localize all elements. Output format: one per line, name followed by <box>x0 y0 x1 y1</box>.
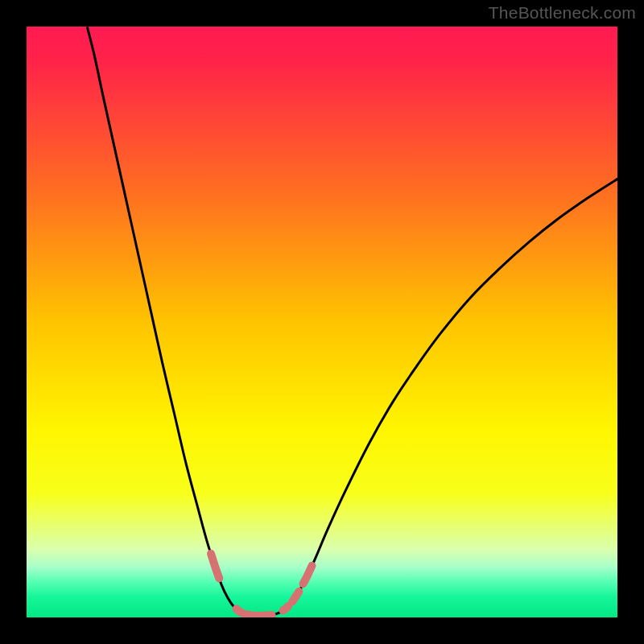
marker-segment-2 <box>283 606 289 611</box>
marker-segment-3 <box>292 592 299 601</box>
plot-background <box>27 27 617 617</box>
watermark-text: TheBottleneck.com <box>489 3 636 23</box>
chart-frame: TheBottleneck.com <box>0 0 644 644</box>
bottleneck-chart <box>0 0 644 644</box>
